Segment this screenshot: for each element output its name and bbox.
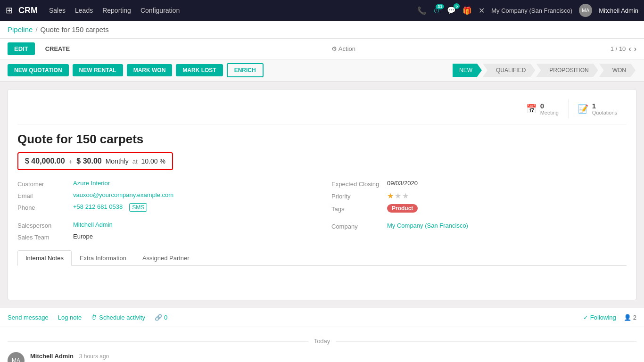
log-note-button[interactable]: Log note xyxy=(58,314,82,321)
tab-extra-information[interactable]: Extra Information xyxy=(72,250,134,266)
calendar-icon: 📅 xyxy=(526,104,537,114)
topnav-right: 📞 ⏱ 31 💬 5 🎁 ✕ My Company (San Francisco… xyxy=(417,4,638,17)
company-field: Company My Company (San Francisco) xyxy=(331,222,627,230)
sms-link[interactable]: SMS xyxy=(129,203,147,212)
menu-leads[interactable]: Leads xyxy=(75,7,93,14)
priority-label: Priority xyxy=(331,192,383,200)
quotations-label: Quotations xyxy=(592,110,617,115)
salesperson-value[interactable]: Mitchell Admin xyxy=(73,221,113,228)
user-avatar[interactable]: MA xyxy=(579,4,592,17)
stage-qualified[interactable]: QUALIFIED xyxy=(483,64,535,77)
tab-internal-notes[interactable]: Internal Notes xyxy=(17,250,72,266)
chatter-right-actions: ✓ Following 👤 2 xyxy=(583,314,636,321)
chatter-actions-bar: Send message Log note ⏱ Schedule activit… xyxy=(0,308,644,327)
user-name: Mitchell Admin xyxy=(599,7,638,14)
email-label: Email xyxy=(17,191,69,199)
mark-lost-button[interactable]: MARK LOST xyxy=(176,64,223,76)
send-message-button[interactable]: Send message xyxy=(8,314,49,321)
status-bar: NEW QUOTATION NEW RENTAL MARK WON MARK L… xyxy=(0,59,644,82)
stage-pipeline: NEW QUALIFIED PROPOSITION WON xyxy=(453,64,636,77)
meeting-label: Meeting xyxy=(540,110,559,115)
tags-label: Tags xyxy=(331,205,383,213)
salesperson-label: Salesperson xyxy=(17,221,69,229)
link-button[interactable]: 🔗 0 xyxy=(155,314,167,321)
menu-reporting[interactable]: Reporting xyxy=(102,7,131,14)
quotations-count: 1 xyxy=(592,102,617,110)
salesperson-field: Salesperson Mitchell Admin xyxy=(17,221,313,229)
star-2[interactable]: ★ xyxy=(395,191,401,200)
stage-new[interactable]: NEW xyxy=(453,64,482,77)
meeting-action[interactable]: 📅 0 Meeting xyxy=(517,99,568,118)
link-icon: 🔗 xyxy=(155,314,162,321)
breadcrumb-current: Quote for 150 carpets xyxy=(41,25,109,33)
schedule-icon: ⏱ xyxy=(91,314,97,321)
app-logo: CRM xyxy=(18,6,38,16)
following-label: Following xyxy=(590,314,616,321)
card-top-row: 📅 0 Meeting 📝 1 Quotations xyxy=(17,99,627,124)
quotations-action[interactable]: 📝 1 Quotations xyxy=(568,99,627,118)
new-rental-button[interactable]: NEW RENTAL xyxy=(73,64,123,76)
tabs: Internal Notes Extra Information Assigne… xyxy=(17,250,627,266)
sales-team-value: Europe xyxy=(73,233,93,240)
tab-assigned-partner[interactable]: Assigned Partner xyxy=(134,250,198,266)
expected-closing-field: Expected Closing 09/03/2020 xyxy=(331,180,627,188)
company-label: Company xyxy=(331,222,383,230)
customer-value[interactable]: Azure Interior xyxy=(73,180,110,187)
check-icon: ✓ xyxy=(583,314,588,321)
activity-notif[interactable]: ⏱ 31 xyxy=(433,7,440,15)
enrich-button[interactable]: ENRICH xyxy=(227,63,264,77)
main-content: 📅 0 Meeting 📝 1 Quotations Quote for 150… xyxy=(0,82,644,308)
action-menu[interactable]: ⚙ Action xyxy=(331,45,355,52)
fields-right-col: Expected Closing 09/03/2020 Priority ★ ★… xyxy=(331,180,627,241)
schedule-activity-button[interactable]: ⏱ Schedule activity xyxy=(91,314,145,321)
salesperson-section: Salesperson Mitchell Admin Sales Team Eu… xyxy=(17,221,313,241)
menu-configuration[interactable]: Configuration xyxy=(140,7,180,14)
star-1[interactable]: ★ xyxy=(387,191,394,200)
chatter-body: Mitchell Admin 3 hours ago Customer: Azu… xyxy=(30,352,636,362)
chat-notif[interactable]: 💬 5 xyxy=(447,6,456,15)
chatter-author: Mitchell Admin xyxy=(30,353,74,360)
followers-icon: 👤 xyxy=(624,314,631,321)
quote-title: Quote for 150 carpets xyxy=(17,132,627,147)
menu-sales[interactable]: Sales xyxy=(49,7,66,14)
breadcrumb-parent[interactable]: Pipeline xyxy=(8,25,33,33)
followers-number: 2 xyxy=(633,314,636,321)
top-menu: Sales Leads Reporting Configuration xyxy=(49,7,417,14)
edit-button[interactable]: EDIT xyxy=(8,42,35,55)
tags-field: Tags Product xyxy=(331,204,627,213)
phone-value[interactable]: +58 212 681 0538 xyxy=(73,203,123,210)
company-section: Company My Company (San Francisco) xyxy=(331,222,627,230)
customer-field: Customer Azure Interior xyxy=(17,180,313,188)
stage-proposition[interactable]: PROPOSITION xyxy=(536,64,598,77)
revenue-percent: 10.00 % xyxy=(141,157,165,165)
prev-arrow[interactable]: ‹ xyxy=(628,45,631,53)
new-quotation-button[interactable]: NEW QUOTATION xyxy=(8,64,69,76)
priority-stars[interactable]: ★ ★ ★ xyxy=(387,191,409,200)
fields-left-col: Customer Azure Interior Email vauxoo@you… xyxy=(17,180,313,241)
company-value[interactable]: My Company (San Francisco) xyxy=(387,222,468,229)
following-button[interactable]: ✓ Following xyxy=(583,314,616,321)
email-value[interactable]: vauxoo@yourcompany.example.com xyxy=(73,191,173,198)
product-tag[interactable]: Product xyxy=(387,204,418,213)
customer-label: Customer xyxy=(17,180,69,188)
sales-team-field: Sales Team Europe xyxy=(17,233,313,241)
tab-content xyxy=(17,272,627,290)
create-button[interactable]: CREATE xyxy=(39,42,76,55)
revenue-plus: + xyxy=(69,157,73,165)
grid-icon[interactable]: ⊞ xyxy=(6,5,13,16)
next-arrow[interactable]: › xyxy=(634,45,636,53)
stage-won[interactable]: WON xyxy=(599,64,636,77)
monthly-label: Monthly xyxy=(106,157,129,165)
close-icon[interactable]: ✕ xyxy=(479,6,485,15)
followers-count[interactable]: 👤 2 xyxy=(624,314,636,321)
gift-icon[interactable]: 🎁 xyxy=(462,6,472,15)
meeting-count: 0 xyxy=(540,102,559,110)
fields-grid: Customer Azure Interior Email vauxoo@you… xyxy=(17,180,627,241)
chatter-avatar: MA xyxy=(8,352,25,362)
phone-icon[interactable]: 📞 xyxy=(417,6,427,15)
chatter-section: Today MA Mitchell Admin 3 hours ago Cust… xyxy=(0,327,644,362)
star-3[interactable]: ★ xyxy=(402,191,409,200)
revenue-at: at xyxy=(132,158,138,165)
mark-won-button[interactable]: MARK WON xyxy=(127,64,173,76)
expected-closing-value: 09/03/2020 xyxy=(387,180,418,187)
